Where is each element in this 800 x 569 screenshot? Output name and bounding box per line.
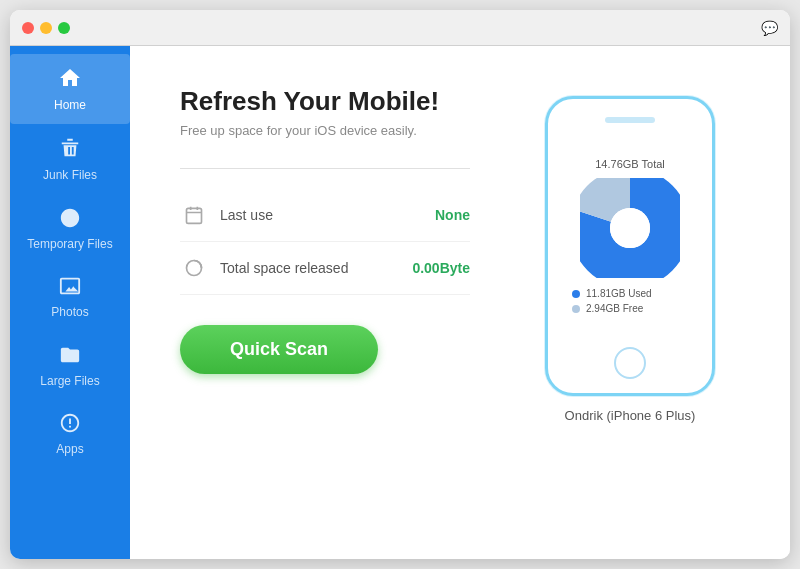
sidebar: Home Junk Files Temporary Files — [10, 46, 130, 559]
phone-frame: 14.76GB Total — [545, 96, 715, 396]
app-window: 💬 Home Junk Files — [10, 10, 790, 559]
device-name: Ondrik (iPhone 6 Plus) — [565, 408, 696, 423]
phone-speaker — [605, 117, 655, 123]
phone-illustration: 14.76GB Total — [545, 96, 715, 423]
apps-icon — [59, 412, 81, 438]
page-title: Refresh Your Mobile! — [180, 86, 470, 117]
quick-scan-button[interactable]: Quick Scan — [180, 325, 378, 374]
temporary-files-icon — [59, 207, 81, 233]
right-panel: 14.76GB Total — [510, 86, 750, 529]
sidebar-item-temporary-files[interactable]: Temporary Files — [10, 195, 130, 263]
svg-point-7 — [610, 208, 650, 248]
chart-total-label: 14.76GB Total — [595, 158, 665, 170]
sidebar-item-home-label: Home — [54, 98, 86, 112]
legend-used: 11.81GB Used — [572, 288, 652, 299]
divider — [180, 168, 470, 169]
chart-legend: 11.81GB Used 2.94GB Free — [558, 288, 652, 314]
chat-icon[interactable]: 💬 — [761, 20, 778, 36]
sidebar-item-photos[interactable]: Photos — [10, 263, 130, 331]
sidebar-item-junk-files[interactable]: Junk Files — [10, 124, 130, 194]
large-files-icon — [59, 344, 81, 370]
legend-free-label: 2.94GB Free — [586, 303, 643, 314]
sidebar-item-photos-label: Photos — [51, 305, 88, 319]
main-content: Home Junk Files Temporary Files — [10, 46, 790, 559]
total-space-row: Total space released 0.00Byte — [180, 242, 470, 295]
junk-files-icon — [59, 136, 81, 164]
traffic-lights — [22, 22, 70, 34]
phone-screen: 14.76GB Total — [558, 135, 702, 337]
sidebar-item-temp-label: Temporary Files — [27, 237, 112, 251]
legend-free: 2.94GB Free — [572, 303, 652, 314]
left-panel: Refresh Your Mobile! Free up space for y… — [180, 86, 470, 529]
maximize-button[interactable] — [58, 22, 70, 34]
content-area: Refresh Your Mobile! Free up space for y… — [130, 46, 790, 559]
legend-free-dot — [572, 305, 580, 313]
svg-rect-0 — [187, 208, 202, 223]
sidebar-item-large-files[interactable]: Large Files — [10, 332, 130, 400]
minimize-button[interactable] — [40, 22, 52, 34]
space-icon — [180, 254, 208, 282]
total-space-value: 0.00Byte — [412, 260, 470, 276]
close-button[interactable] — [22, 22, 34, 34]
total-space-label: Total space released — [220, 260, 412, 276]
last-use-row: Last use None — [180, 189, 470, 242]
page-subtitle: Free up space for your iOS device easily… — [180, 123, 470, 138]
legend-used-label: 11.81GB Used — [586, 288, 652, 299]
last-use-label: Last use — [220, 207, 435, 223]
sidebar-item-apps[interactable]: Apps — [10, 400, 130, 468]
calendar-icon — [180, 201, 208, 229]
home-icon — [58, 66, 82, 94]
legend-used-dot — [572, 290, 580, 298]
last-use-value: None — [435, 207, 470, 223]
sidebar-item-junk-label: Junk Files — [43, 168, 97, 182]
photos-icon — [59, 275, 81, 301]
titlebar: 💬 — [10, 10, 790, 46]
sidebar-item-apps-label: Apps — [56, 442, 83, 456]
sidebar-item-large-files-label: Large Files — [40, 374, 99, 388]
phone-home-button — [614, 347, 646, 379]
sidebar-item-home[interactable]: Home — [10, 54, 130, 124]
pie-chart — [580, 178, 680, 278]
